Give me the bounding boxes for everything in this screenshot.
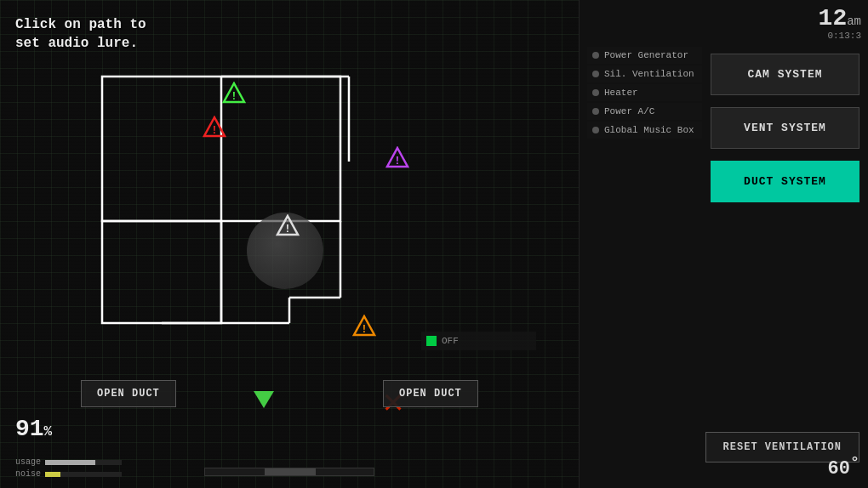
power-ac-label: Power A/C: [604, 106, 654, 116]
sidebar-item-power-ac[interactable]: Power A/C: [587, 103, 702, 120]
duct-system-button[interactable]: DUCT SYSTEM: [711, 161, 859, 202]
scrollbar-thumb[interactable]: [265, 468, 316, 475]
percent-value: 91%: [15, 416, 122, 442]
noise-label: noise: [15, 469, 45, 479]
warning-purple[interactable]: !: [385, 146, 409, 170]
sil-ventilation-dot: [592, 71, 599, 77]
global-music-box-dot: [592, 127, 599, 133]
noise-bar-fill: [45, 472, 60, 477]
degrees-unit: °: [850, 454, 859, 472]
sidebar-item-power-generator[interactable]: Power Generator: [587, 47, 702, 64]
warning-red[interactable]: !: [203, 116, 226, 139]
off-label: OFF: [442, 336, 459, 346]
vent-system-button[interactable]: VENT SYSTEM: [711, 107, 859, 149]
usage-bar: [45, 460, 122, 465]
usage-label: usage: [15, 457, 45, 467]
system-buttons-panel: CAM SYSTEM VENT SYSTEM DUCT SYSTEM: [711, 47, 859, 202]
svg-text:!: !: [211, 124, 218, 137]
off-indicator[interactable]: OFF: [421, 332, 536, 350]
instruction-text: Click on path to set audio lure.: [15, 15, 146, 54]
duct-map[interactable]: ! ! ! ! ! ✕: [51, 51, 468, 374]
right-panel: 12am 0:13:3 Power Generator Sil. Ventila…: [579, 0, 868, 488]
green-arrow-indicator: [254, 391, 274, 408]
heater-label: Heater: [604, 88, 638, 98]
sidebar-item-heater[interactable]: Heater: [587, 84, 702, 101]
time-hour: 12: [819, 5, 848, 31]
svg-text:!: !: [231, 90, 237, 103]
power-ac-dot: [592, 108, 599, 115]
stats-panel: 91% usage noise: [15, 416, 122, 481]
power-generator-label: Power Generator: [604, 50, 688, 60]
degrees-display: 60°: [828, 454, 859, 479]
duct-paths-svg: [51, 51, 468, 374]
sidebar-item-sil-ventilation[interactable]: Sil. Ventilation: [587, 65, 702, 82]
open-duct-left-button[interactable]: OPEN DUCT: [81, 380, 176, 407]
game-canvas[interactable]: Click on path to set audio lure.: [0, 0, 579, 488]
time-ampm: am: [847, 14, 861, 28]
bottom-scrollbar[interactable]: [204, 468, 374, 476]
usage-bar-fill: [45, 460, 95, 465]
time-display: 12am 0:13:3: [819, 7, 861, 41]
sil-ventilation-label: Sil. Ventilation: [604, 69, 694, 79]
power-generator-dot: [592, 52, 599, 59]
cam-system-button[interactable]: CAM SYSTEM: [711, 54, 859, 95]
right-items-panel: Power Generator Sil. Ventilation Heater …: [587, 47, 702, 159]
time-seconds: 0:13:3: [819, 31, 861, 41]
svg-text:!: !: [284, 223, 291, 235]
off-dot-green: [426, 336, 437, 346]
sidebar-item-global-music-box[interactable]: Global Music Box: [587, 122, 702, 139]
global-music-box-label: Global Music Box: [604, 125, 694, 135]
svg-text:!: !: [361, 323, 368, 336]
open-duct-right-button[interactable]: OPEN DUCT: [383, 380, 478, 407]
warning-orange[interactable]: !: [352, 315, 376, 338]
svg-rect-2: [102, 221, 221, 323]
svg-text:!: !: [394, 155, 401, 167]
heater-dot: [592, 89, 599, 96]
warning-green[interactable]: !: [222, 82, 246, 105]
noise-bar: [45, 472, 122, 477]
warning-white[interactable]: !: [276, 214, 300, 238]
